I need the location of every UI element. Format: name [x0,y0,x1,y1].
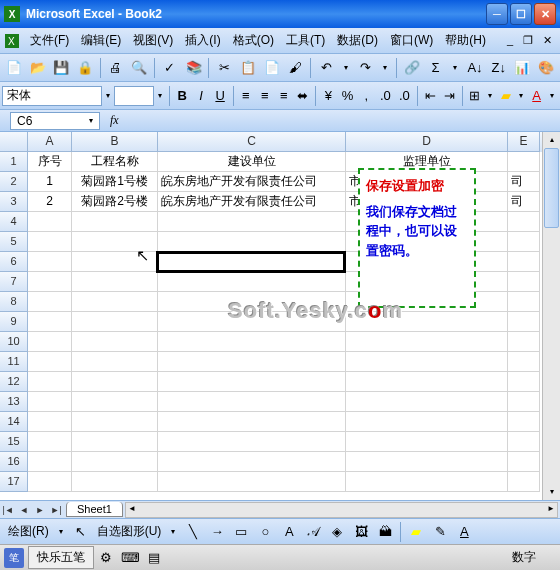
sum-dropdown[interactable]: ▾ [447,57,463,79]
align-center-button[interactable]: ≡ [256,85,273,107]
font-name-dropdown[interactable]: ▾ [102,85,114,107]
sheet-tab[interactable]: Sheet1 [66,502,123,517]
scroll-down-button[interactable]: ▾ [543,484,560,500]
cell[interactable] [72,272,158,292]
print-button[interactable]: 🖨 [105,57,127,79]
ime-btn[interactable]: ⌨ [119,547,141,569]
cell[interactable] [346,312,508,332]
cell[interactable] [28,452,72,472]
cell[interactable] [158,232,346,252]
borders-button[interactable]: ⊞ [466,85,483,107]
ime-btn[interactable]: ▤ [143,547,165,569]
cell[interactable]: 皖东房地产开发有限责任公司 [158,192,346,212]
permission-button[interactable]: 🔒 [74,57,96,79]
menu-insert[interactable]: 插入(I) [179,30,226,51]
select-objects-button[interactable]: ↖ [70,521,92,543]
cell[interactable] [72,412,158,432]
ime-btn[interactable]: ⚙ [95,547,117,569]
cell[interactable] [72,312,158,332]
app-menu-icon[interactable]: X [4,33,20,49]
cell[interactable] [158,332,346,352]
row-header[interactable]: 16 [0,452,28,472]
cell[interactable]: 皖东房地产开发有限责任公司 [158,172,346,192]
name-box[interactable]: C6▾ [10,112,100,130]
sort-asc-button[interactable]: A↓ [464,57,486,79]
cell[interactable] [72,432,158,452]
cell[interactable] [158,252,346,272]
new-button[interactable]: 📄 [3,57,25,79]
line-button[interactable]: ╲ [182,521,204,543]
cell[interactable] [72,452,158,472]
cell[interactable] [346,332,508,352]
cell[interactable] [508,332,540,352]
merge-button[interactable]: ⬌ [294,85,311,107]
cell[interactable]: 建设单位 [158,152,346,172]
cell[interactable]: 司 [508,192,540,212]
cell[interactable] [508,292,540,312]
wb-minimize[interactable]: _ [503,34,517,47]
font-size-combo[interactable] [114,86,154,106]
menu-file[interactable]: 文件(F) [24,30,75,51]
cell[interactable] [28,352,72,372]
cell[interactable] [158,412,346,432]
wb-restore[interactable]: ❐ [519,34,537,47]
picture-button[interactable]: 🏔 [374,521,396,543]
cell[interactable] [158,432,346,452]
cell[interactable] [28,232,72,252]
cell[interactable] [28,252,72,272]
oval-button[interactable]: ○ [254,521,276,543]
select-all-corner[interactable] [0,132,28,152]
cell[interactable] [28,472,72,492]
cell[interactable] [28,292,72,312]
spelling-button[interactable]: ✓ [159,57,181,79]
increase-decimal-button[interactable]: .0 [377,85,394,107]
undo-button[interactable]: ↶ [315,57,337,79]
borders-dropdown[interactable]: ▾ [484,85,496,107]
cell[interactable] [346,472,508,492]
cell[interactable] [346,352,508,372]
wordart-button[interactable]: 𝒜 [302,521,324,543]
menu-format[interactable]: 格式(O) [227,30,280,51]
row-header[interactable]: 8 [0,292,28,312]
row-header[interactable]: 14 [0,412,28,432]
cell[interactable] [346,432,508,452]
cell[interactable] [28,432,72,452]
research-button[interactable]: 📚 [183,57,205,79]
cell[interactable] [158,372,346,392]
ime-name[interactable]: 快乐五笔 [28,546,94,569]
cell[interactable] [346,412,508,432]
redo-button[interactable]: ↷ [355,57,377,79]
cell[interactable]: 1 [28,172,72,192]
cut-button[interactable]: ✂ [213,57,235,79]
font-size-dropdown[interactable]: ▾ [154,85,166,107]
drawing-button[interactable]: 🎨 [535,57,557,79]
save-button[interactable]: 💾 [50,57,72,79]
row-header[interactable]: 3 [0,192,28,212]
cell[interactable] [158,312,346,332]
col-header-b[interactable]: B [72,132,158,152]
underline-button[interactable]: U [212,85,229,107]
cell[interactable] [158,452,346,472]
tab-nav-prev[interactable]: ◄ [16,502,32,518]
align-left-button[interactable]: ≡ [237,85,254,107]
decrease-indent-button[interactable]: ⇤ [422,85,439,107]
paste-button[interactable]: 📄 [261,57,283,79]
cell[interactable]: 2 [28,192,72,212]
undo-dropdown[interactable]: ▾ [338,57,354,79]
autoshapes-dropdown[interactable]: ▾ [165,521,181,543]
cell[interactable] [72,292,158,312]
col-header-c[interactable]: C [158,132,346,152]
row-header[interactable]: 15 [0,432,28,452]
col-header-a[interactable]: A [28,132,72,152]
comma-button[interactable]: , [358,85,375,107]
menu-window[interactable]: 窗口(W) [384,30,439,51]
align-right-button[interactable]: ≡ [275,85,292,107]
fill-color-button[interactable]: ▰ [497,85,514,107]
cell[interactable] [508,312,540,332]
cell[interactable] [158,352,346,372]
font-color-dropdown[interactable]: ▾ [546,85,558,107]
vertical-scrollbar[interactable]: ▴ ▾ [542,132,560,500]
fill-color-dropdown[interactable]: ▾ [515,85,527,107]
preview-button[interactable]: 🔍 [128,57,150,79]
cell[interactable] [508,232,540,252]
